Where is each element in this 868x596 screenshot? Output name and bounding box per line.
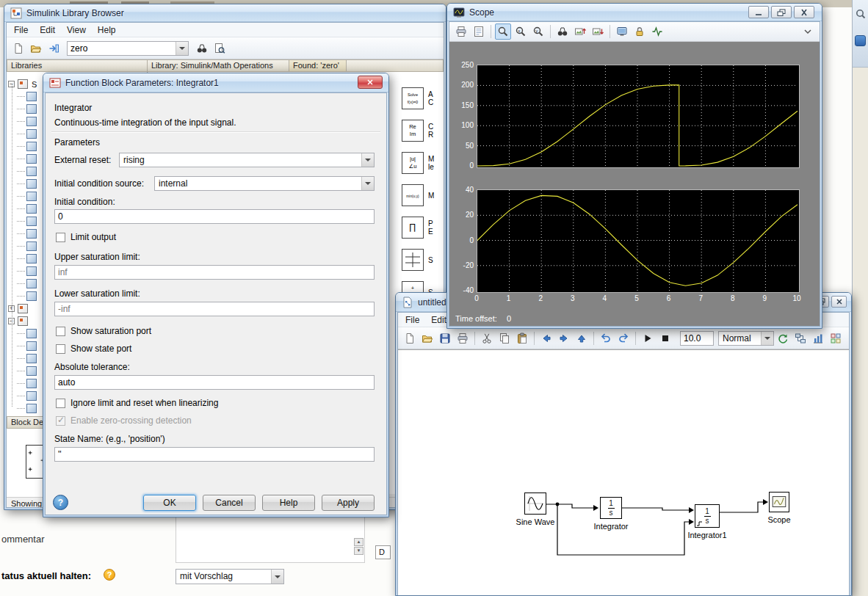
forward-icon[interactable] bbox=[556, 330, 572, 346]
restore-button[interactable] bbox=[771, 6, 792, 18]
show-state-port-checkbox[interactable] bbox=[56, 344, 65, 354]
library-browser-icon[interactable] bbox=[828, 330, 844, 346]
close-button[interactable] bbox=[831, 296, 847, 308]
dock-icon[interactable] bbox=[46, 40, 62, 57]
help-badge[interactable]: ? bbox=[104, 569, 115, 581]
menu-help[interactable]: Help bbox=[92, 23, 122, 37]
dropdown-arrow-icon[interactable] bbox=[361, 153, 374, 167]
menu-view[interactable]: View bbox=[61, 23, 92, 37]
menu-chevron-icon[interactable] bbox=[800, 23, 816, 40]
dropdown-arrow-icon[interactable] bbox=[361, 177, 374, 190]
model-window-toolbar: Normal bbox=[398, 327, 849, 349]
scope-axes-1[interactable] bbox=[477, 65, 800, 168]
found-tab[interactable]: Found: 'zero' bbox=[289, 59, 347, 72]
open-model-icon[interactable] bbox=[28, 40, 44, 57]
lock-axes-icon[interactable] bbox=[632, 23, 648, 40]
redo-icon[interactable] bbox=[615, 330, 632, 346]
find-in-page-icon[interactable] bbox=[211, 40, 228, 57]
open-model-icon[interactable] bbox=[419, 330, 435, 346]
dialog-help-icon[interactable]: ? bbox=[53, 495, 68, 510]
print-icon[interactable] bbox=[453, 23, 469, 40]
library-block-product-of-elements[interactable]: ∏PE bbox=[402, 213, 444, 242]
block-integrator[interactable]: 1s bbox=[600, 497, 622, 519]
float-scope-icon[interactable] bbox=[614, 23, 630, 40]
stop-icon[interactable] bbox=[657, 330, 673, 346]
model-canvas[interactable]: Sine Wave 1s Integrator 1s Integrator1 bbox=[398, 349, 849, 595]
library-block-magnitude-angle[interactable]: |u|∠uMle bbox=[402, 148, 444, 178]
menu-file[interactable]: File bbox=[399, 313, 425, 327]
autoscale-icon[interactable] bbox=[554, 23, 571, 40]
library-block-minmax[interactable]: min(u,y)M bbox=[402, 181, 444, 210]
scope-axes-2[interactable] bbox=[477, 189, 800, 293]
up-icon[interactable] bbox=[574, 330, 590, 346]
dialog-titlebar[interactable]: Function Block Parameters: Integrator1 bbox=[43, 73, 388, 92]
dropdown-arrow-icon[interactable] bbox=[761, 332, 773, 345]
sim-mode-select[interactable]: Normal bbox=[718, 331, 774, 346]
app-icon[interactable] bbox=[855, 35, 866, 46]
menu-file[interactable]: File bbox=[8, 23, 34, 37]
print-icon[interactable] bbox=[455, 330, 471, 346]
save-icon[interactable] bbox=[437, 330, 453, 346]
library-browser-titlebar[interactable]: Simulink Library Browser bbox=[4, 4, 446, 22]
show-saturation-checkbox[interactable] bbox=[56, 327, 65, 336]
state-name-input[interactable] bbox=[54, 447, 375, 462]
signal-trigger-icon[interactable] bbox=[649, 23, 665, 40]
scope-titlebar[interactable]: Scope bbox=[447, 4, 822, 21]
block-name-label: PE bbox=[428, 219, 433, 236]
suggestion-select[interactable]: mit Vorschlag bbox=[176, 569, 284, 584]
new-model-icon[interactable] bbox=[10, 40, 26, 57]
help-button[interactable]: Help bbox=[262, 495, 315, 511]
comment-textarea[interactable]: ▲ ▼ bbox=[176, 512, 365, 563]
copy-icon[interactable] bbox=[496, 330, 513, 346]
library-block-reshape[interactable]: S bbox=[402, 245, 444, 275]
limit-output-checkbox[interactable] bbox=[56, 233, 65, 242]
sim-stop-time-input[interactable] bbox=[680, 331, 714, 346]
search-combobox[interactable] bbox=[67, 41, 189, 56]
ok-button[interactable]: OK bbox=[143, 495, 196, 511]
search-input[interactable] bbox=[68, 42, 176, 55]
block-label: Integrator bbox=[585, 522, 637, 531]
search-icon[interactable] bbox=[853, 6, 868, 22]
fragment-button[interactable]: D bbox=[375, 545, 391, 559]
menu-edit[interactable]: Edit bbox=[34, 23, 61, 37]
close-button[interactable] bbox=[794, 6, 814, 18]
paste-icon[interactable] bbox=[514, 330, 530, 346]
block-scope[interactable] bbox=[769, 492, 789, 512]
run-icon[interactable] bbox=[640, 330, 656, 346]
close-button[interactable] bbox=[358, 76, 383, 89]
zoom-icon[interactable] bbox=[495, 23, 511, 40]
back-icon[interactable] bbox=[538, 330, 554, 346]
initial-condition-input[interactable] bbox=[54, 209, 375, 224]
chart-icon[interactable] bbox=[810, 330, 826, 346]
refresh-icon[interactable] bbox=[775, 330, 791, 346]
external-reset-select[interactable]: rising bbox=[119, 153, 375, 167]
library-block-complex-to-real-imag[interactable]: ReImCR bbox=[402, 116, 444, 145]
dropdown-arrow-icon[interactable] bbox=[176, 42, 188, 55]
find-icon[interactable] bbox=[194, 40, 210, 57]
new-model-icon[interactable] bbox=[402, 330, 418, 346]
upper-saturation-input[interactable] bbox=[54, 265, 375, 280]
scroll-down-icon[interactable]: ▼ bbox=[354, 547, 364, 555]
block-sine-wave[interactable] bbox=[524, 493, 546, 515]
save-view-icon[interactable] bbox=[572, 23, 588, 40]
scroll-up-icon[interactable]: ▲ bbox=[354, 538, 364, 546]
restore-view-icon[interactable] bbox=[590, 23, 606, 40]
cancel-button[interactable]: Cancel bbox=[203, 495, 256, 511]
ignore-limit-checkbox[interactable] bbox=[56, 399, 65, 408]
dropdown-arrow-icon[interactable] bbox=[271, 570, 283, 584]
library-block-algebraic-constraint[interactable]: Solvef(x)=0AC bbox=[402, 84, 444, 113]
undo-icon[interactable] bbox=[598, 330, 614, 346]
parameters-icon[interactable] bbox=[471, 23, 487, 40]
model-explorer-icon[interactable] bbox=[792, 330, 809, 346]
block-integrator1[interactable]: 1s bbox=[695, 504, 720, 528]
zoom-y-icon[interactable]: y bbox=[530, 23, 546, 40]
cut-icon[interactable] bbox=[479, 330, 495, 346]
block-name-label: CR bbox=[428, 123, 433, 139]
lower-saturation-input[interactable] bbox=[54, 302, 375, 316]
apply-button[interactable]: Apply bbox=[322, 495, 375, 511]
initial-condition-source-select[interactable]: internal bbox=[154, 176, 375, 191]
library-tab[interactable]: Library: Simulink/Math Operations bbox=[148, 59, 289, 72]
zoom-x-icon[interactable]: x bbox=[513, 23, 529, 40]
absolute-tolerance-input[interactable] bbox=[54, 375, 375, 390]
minimize-button[interactable] bbox=[748, 6, 769, 18]
